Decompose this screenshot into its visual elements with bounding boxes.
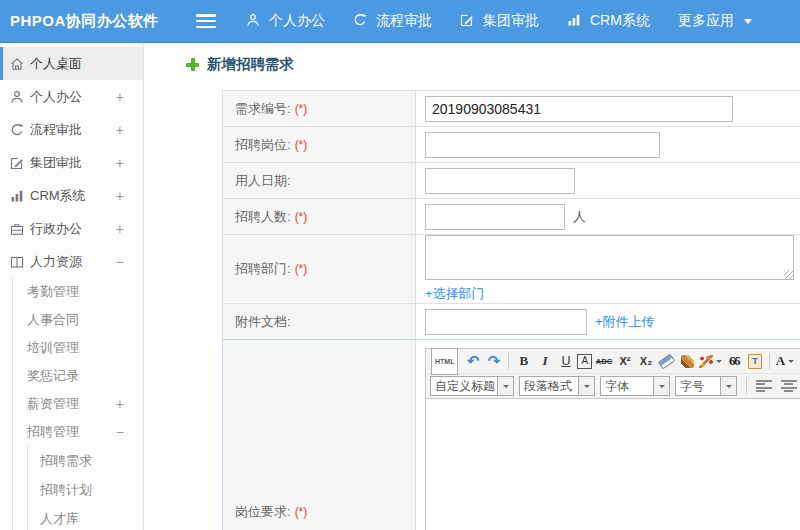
- chevron-down-icon[interactable]: [720, 377, 736, 395]
- remove-format-button[interactable]: [657, 352, 676, 371]
- app-title: PHPOA协同办公软件: [10, 12, 196, 31]
- sidebar-item-hr[interactable]: 人力资源−: [0, 245, 143, 278]
- sidebar-item-label: 人事合同: [27, 311, 79, 329]
- redo-button[interactable]: ↷: [484, 352, 503, 371]
- underline-button[interactable]: U: [556, 352, 575, 371]
- chevron-down-icon[interactable]: [653, 377, 669, 395]
- sidebar-item-label: 人力资源: [30, 253, 82, 271]
- sidebar-item-attendance[interactable]: 考勤管理: [0, 278, 143, 306]
- required-mark: (*): [295, 210, 308, 224]
- sidebar-item-salary[interactable]: 薪资管理+: [0, 390, 143, 418]
- hilitecolor-button[interactable]: A: [796, 352, 800, 371]
- department-textarea[interactable]: [425, 235, 794, 280]
- bar-chart-icon: [10, 189, 24, 203]
- form-row-attachment: 附件文档: +附件上传: [223, 304, 800, 339]
- format-brush-button[interactable]: [678, 352, 697, 371]
- strikethrough-button[interactable]: ABC: [594, 352, 613, 371]
- sidebar-item-label: 招聘需求: [40, 452, 92, 470]
- undo-button[interactable]: ↶: [463, 352, 482, 371]
- sidebar-item-hr-contract[interactable]: 人事合同: [0, 306, 143, 334]
- sidebar-item-label: 招聘管理: [27, 423, 79, 441]
- home-icon: [10, 57, 24, 71]
- toolbar-separator: [746, 378, 747, 394]
- required-mark: (*): [295, 262, 308, 276]
- bold-button[interactable]: B: [514, 352, 533, 371]
- expand-icon[interactable]: +: [116, 189, 124, 203]
- nav-item-label: 个人办公: [269, 12, 325, 30]
- sidebar-item-recruit-plan[interactable]: 招聘计划: [0, 475, 143, 504]
- chevron-down-icon: [716, 360, 722, 363]
- font-family-select[interactable]: 字体: [600, 376, 670, 396]
- expand-icon[interactable]: +: [116, 90, 124, 104]
- expand-icon[interactable]: +: [116, 156, 124, 170]
- italic-button[interactable]: I: [535, 352, 554, 371]
- editor-body[interactable]: [426, 399, 800, 530]
- custom-title-select[interactable]: 自定义标题: [430, 376, 514, 396]
- paste-button[interactable]: T: [745, 352, 764, 371]
- nav-item-more-apps[interactable]: 更多应用: [678, 12, 752, 30]
- nav-item-group-approval[interactable]: 集团审批: [460, 12, 539, 30]
- paste-icon: T: [748, 354, 762, 369]
- sidebar-item-label: 集团审批: [30, 154, 82, 172]
- align-left-button[interactable]: [756, 380, 772, 393]
- nav-item-label: 集团审批: [483, 12, 539, 30]
- nav-item-label: 流程审批: [376, 12, 432, 30]
- attachment-upload-link[interactable]: +附件上传: [595, 313, 655, 331]
- sidebar-item-label: 流程审批: [30, 121, 82, 139]
- sidebar-item-recruit-request[interactable]: 招聘需求: [0, 446, 143, 475]
- subscript-button[interactable]: X₂: [636, 352, 655, 371]
- sidebar-item-workflow-approval[interactable]: 流程审批+: [0, 113, 143, 146]
- expand-icon[interactable]: +: [116, 397, 124, 411]
- blockquote-button[interactable]: 66: [724, 352, 743, 371]
- chevron-down-icon: [788, 360, 794, 363]
- source-code-button[interactable]: HTML: [431, 348, 458, 375]
- sidebar-item-admin-office[interactable]: 行政办公+: [0, 212, 143, 245]
- sidebar: 个人桌面个人办公+流程审批+集团审批+CRM系统+行政办公+人力资源−考勤管理人…: [0, 43, 144, 530]
- sidebar-item-recruit-mgmt[interactable]: 招聘管理−: [0, 418, 143, 446]
- workflow-icon: [353, 13, 369, 29]
- sidebar-item-training[interactable]: 培训管理: [0, 334, 143, 362]
- headcount-input[interactable]: [425, 204, 565, 230]
- sidebar-item-group-approval[interactable]: 集团审批+: [0, 146, 143, 179]
- attachment-input[interactable]: [425, 309, 587, 335]
- editor-toolbar-row2: 自定义标题段落格式字体字号: [426, 374, 800, 399]
- sidebar-item-rewards[interactable]: 奖惩记录: [0, 362, 143, 390]
- chevron-down-icon[interactable]: [578, 377, 594, 395]
- form-row-position: 招聘岗位: (*): [223, 127, 800, 163]
- sidebar-item-personal-office[interactable]: 个人办公+: [0, 80, 143, 113]
- sidebar-item-label: 奖惩记录: [27, 367, 79, 385]
- sidebar-item-label: CRM系统: [30, 187, 86, 205]
- person-icon: [10, 90, 24, 104]
- sidebar-item-label: 个人办公: [30, 88, 82, 106]
- collapse-icon[interactable]: −: [116, 425, 124, 439]
- forecolor-button[interactable]: A: [775, 352, 794, 371]
- nav-item-label: 更多应用: [678, 12, 734, 30]
- hire-date-input[interactable]: [425, 168, 575, 194]
- sidebar-item-desktop[interactable]: 个人桌面: [0, 47, 143, 80]
- expand-icon[interactable]: +: [116, 123, 124, 137]
- request-no-input[interactable]: [425, 96, 733, 122]
- color-palette-button[interactable]: [699, 352, 722, 371]
- sidebar-item-label: 行政办公: [30, 220, 82, 238]
- top-navbar: PHPOA协同办公软件 个人办公流程审批集团审批CRM系统更多应用: [0, 0, 800, 43]
- nav-item-personal-office[interactable]: 个人办公: [246, 12, 325, 30]
- collapse-icon[interactable]: −: [116, 255, 124, 269]
- font-size-select[interactable]: 字号: [675, 376, 737, 396]
- align-center-button[interactable]: [781, 380, 797, 393]
- required-mark: (*): [295, 138, 308, 152]
- select-department-link[interactable]: +选择部门: [425, 285, 485, 303]
- sidebar-item-crm[interactable]: CRM系统+: [0, 179, 143, 212]
- nav-item-workflow-approval[interactable]: 流程审批: [353, 12, 432, 30]
- sidebar-item-talent-pool[interactable]: 人才库: [0, 504, 143, 530]
- menu-toggle-button[interactable]: [196, 14, 216, 28]
- nav-item-crm[interactable]: CRM系统: [567, 12, 650, 30]
- superscript-button[interactable]: X²: [615, 352, 634, 371]
- combo-label: 字号: [676, 378, 720, 395]
- position-label: 招聘岗位:: [235, 136, 291, 154]
- paragraph-format-select[interactable]: 段落格式: [519, 376, 595, 396]
- combo-label: 段落格式: [520, 378, 578, 395]
- font-name-button[interactable]: A: [577, 354, 592, 369]
- position-input[interactable]: [425, 132, 660, 158]
- expand-icon[interactable]: +: [116, 222, 124, 236]
- chevron-down-icon[interactable]: [497, 377, 513, 395]
